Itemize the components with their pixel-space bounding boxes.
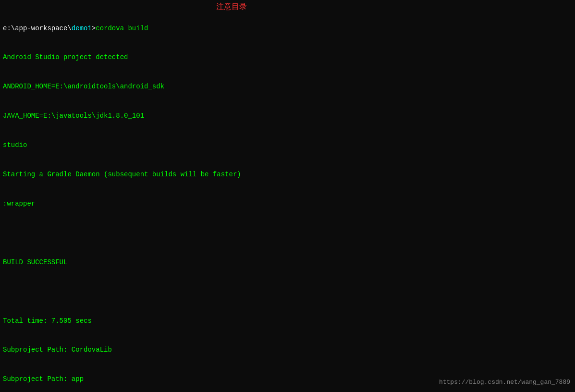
- line-3: ANDROID_HOME=E:\androidtools\android_sdk: [3, 82, 572, 91]
- line-6: Starting a Gradle Daemon (subsequent bui…: [3, 170, 572, 179]
- line-4: JAVA_HOME=E:\javatools\jdk1.8.0_101: [3, 111, 572, 121]
- annotation-label: 注意目录: [216, 2, 247, 13]
- terminal-output: e:\app-workspace\demo1>cordova build And…: [3, 4, 572, 392]
- line-8: [3, 228, 572, 238]
- line-9: BUILD SUCCESSFUL: [3, 257, 572, 267]
- line-10: [3, 287, 572, 296]
- terminal-window: e:\app-workspace\demo1>cordova build And…: [0, 0, 575, 392]
- line-11: Total time: 7.505 secs: [3, 316, 572, 326]
- line-1: e:\app-workspace\demo1>cordova build: [3, 24, 572, 33]
- line-12: Subproject Path: CordovaLib: [3, 345, 572, 355]
- watermark-text: https://blog.csdn.net/wang_gan_7889: [439, 378, 570, 387]
- line-5: studio: [3, 140, 572, 150]
- line-2: Android Studio project detected: [3, 52, 572, 62]
- line-7: :wrapper: [3, 199, 572, 208]
